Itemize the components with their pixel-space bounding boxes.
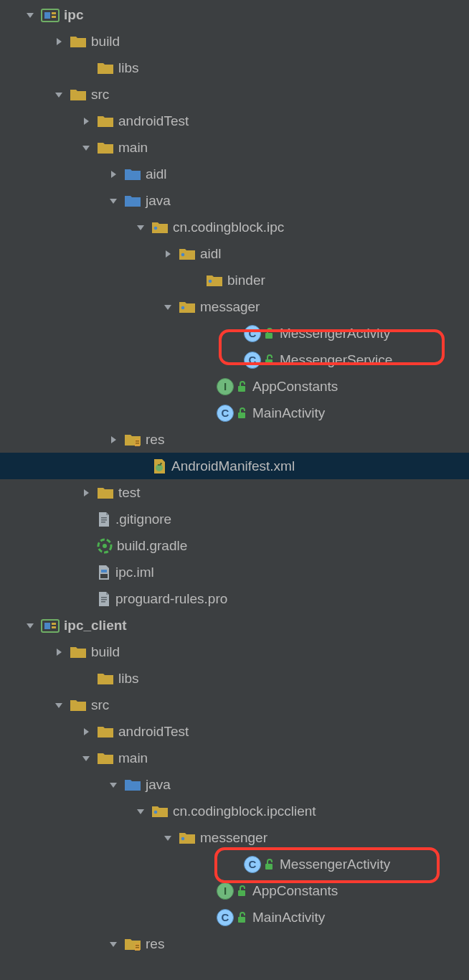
tree-label: MessengerActivity <box>280 857 390 872</box>
tree-row[interactable]: IAppConstants <box>0 373 469 400</box>
tree-label: AndroidManifest.xml <box>171 458 295 474</box>
module-icon <box>41 618 60 633</box>
tree-label: AppConstants <box>252 379 338 395</box>
tree-label: src <box>91 87 109 103</box>
svg-rect-23 <box>101 597 107 598</box>
tree-label: cn.codingblock.ipc <box>173 220 284 235</box>
tree-row[interactable]: build.gradle <box>0 532 469 559</box>
tree-row[interactable]: src <box>0 692 469 718</box>
tree-label: MessengerActivity <box>280 326 390 341</box>
expand-arrow-icon[interactable] <box>108 196 118 206</box>
expand-arrow-icon[interactable] <box>163 302 173 312</box>
tree-row[interactable]: proguard-rules.pro <box>0 585 469 612</box>
tree-row[interactable]: binder <box>0 267 469 293</box>
tree-label: MessengerService <box>280 352 392 368</box>
svg-rect-32 <box>265 864 273 870</box>
tree-row[interactable]: CMainActivity <box>0 904 469 930</box>
expand-arrow-icon[interactable] <box>54 700 64 710</box>
tree-row[interactable]: androidTest <box>0 108 469 134</box>
tree-row[interactable]: IAppConstants <box>0 877 469 904</box>
expand-arrow-icon[interactable] <box>25 621 35 631</box>
tree-label: messenger <box>200 830 267 846</box>
collapse-arrow-icon[interactable] <box>54 37 64 47</box>
svg-rect-1 <box>44 12 50 19</box>
expand-arrow-icon[interactable] <box>136 222 146 232</box>
tree-row[interactable]: src <box>0 81 469 108</box>
svg-rect-21 <box>100 574 108 578</box>
collapse-arrow-icon[interactable] <box>81 116 91 126</box>
project-tree[interactable]: ipcbuildlibssrcandroidTestmainaidljavacn… <box>0 0 469 957</box>
tree-row[interactable]: java <box>0 187 469 214</box>
svg-point-30 <box>154 810 158 814</box>
tree-row[interactable]: .gitignore <box>0 506 469 532</box>
folder-icon <box>179 300 196 314</box>
collapse-arrow-icon[interactable] <box>108 169 118 179</box>
tree-row[interactable]: cn.codingblock.ipc <box>0 214 469 240</box>
tree-row[interactable]: ipc.iml <box>0 559 469 585</box>
collapse-arrow-icon[interactable] <box>108 435 118 445</box>
tree-row[interactable]: libs <box>0 55 469 81</box>
tree-row[interactable]: ipc <box>0 1 469 28</box>
tree-row[interactable]: messenger <box>0 824 469 851</box>
tree-row[interactable]: res <box>0 426 469 453</box>
svg-rect-11 <box>238 413 245 418</box>
tree-row[interactable]: ipc_client <box>0 612 469 639</box>
expand-arrow-icon[interactable] <box>108 939 118 949</box>
folder-icon <box>70 645 87 659</box>
tree-row[interactable]: AndroidManifest.xml <box>0 453 469 479</box>
tree-row[interactable]: main <box>0 745 469 771</box>
unlock-icon <box>237 380 248 393</box>
tree-label: java <box>146 193 171 209</box>
tree-row[interactable]: aidl <box>0 240 469 267</box>
tree-label: build <box>91 644 120 660</box>
expand-arrow-icon[interactable] <box>81 753 91 763</box>
folder-icon <box>97 725 114 739</box>
folder-icon <box>151 804 169 819</box>
expand-arrow-icon[interactable] <box>108 780 118 790</box>
tree-row[interactable]: CMainActivity <box>0 400 469 426</box>
tree-label: MainActivity <box>252 405 325 421</box>
tree-row[interactable]: CMessengerService <box>0 347 469 373</box>
collapse-arrow-icon[interactable] <box>81 488 91 498</box>
file-icon <box>97 512 111 527</box>
class-icon: C <box>217 405 234 422</box>
tree-row[interactable]: libs <box>0 665 469 692</box>
expand-arrow-icon[interactable] <box>54 90 64 100</box>
folder-icon <box>151 220 169 235</box>
tree-row[interactable]: cn.codingblock.ipcclient <box>0 798 469 824</box>
tree-label: messager <box>200 299 260 315</box>
tree-label: aidl <box>146 166 167 182</box>
folder-icon <box>70 88 87 102</box>
tree-row[interactable]: test <box>0 479 469 506</box>
folder-icon <box>70 698 87 712</box>
tree-label: binder <box>227 273 265 288</box>
tree-row[interactable]: res <box>0 930 469 957</box>
svg-rect-24 <box>101 599 107 600</box>
collapse-arrow-icon[interactable] <box>54 647 64 657</box>
tree-row[interactable]: androidTest <box>0 718 469 745</box>
tree-row[interactable]: main <box>0 134 469 161</box>
tree-row[interactable]: CMessengerActivity <box>0 851 469 877</box>
tree-row[interactable]: messager <box>0 293 469 320</box>
collapse-arrow-icon[interactable] <box>81 727 91 737</box>
expand-arrow-icon[interactable] <box>25 10 35 20</box>
tree-row[interactable]: aidl <box>0 161 469 187</box>
interface-icon: I <box>217 882 234 900</box>
expand-arrow-icon[interactable] <box>136 806 146 816</box>
tree-row[interactable]: CMessengerActivity <box>0 320 469 347</box>
class-icon: C <box>244 856 261 873</box>
folder-icon <box>206 273 223 288</box>
tree-row[interactable]: build <box>0 639 469 665</box>
collapse-arrow-icon[interactable] <box>163 249 173 259</box>
folder-icon <box>97 486 114 500</box>
folder-res-icon <box>124 433 141 447</box>
tree-row[interactable]: java <box>0 771 469 798</box>
svg-rect-10 <box>238 386 245 392</box>
tree-row[interactable]: build <box>0 28 469 55</box>
tree-label: test <box>118 485 141 501</box>
tree-label: androidTest <box>118 113 189 129</box>
expand-arrow-icon[interactable] <box>81 143 91 153</box>
svg-rect-2 <box>52 12 56 14</box>
expand-arrow-icon[interactable] <box>163 833 173 843</box>
xml-icon <box>151 458 167 474</box>
